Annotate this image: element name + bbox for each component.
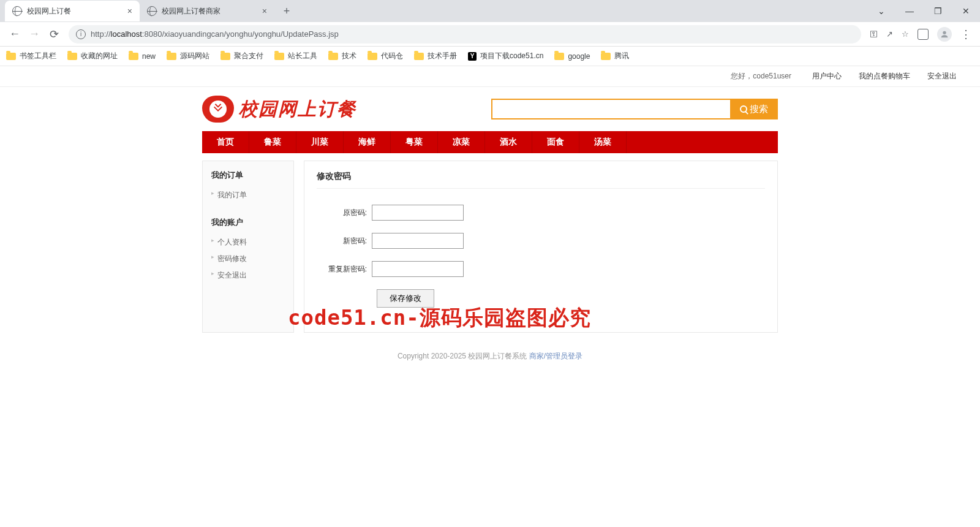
bookmark-item[interactable]: 腾讯 bbox=[601, 51, 629, 61]
nav-item[interactable]: 汤菜 bbox=[579, 131, 627, 153]
url-text: http://localhost:8080/xiaoyuandingcan/yo… bbox=[91, 29, 339, 39]
search-input[interactable] bbox=[491, 99, 730, 119]
extension-icon[interactable] bbox=[918, 29, 929, 40]
sidebar-my-orders[interactable]: 我的订单 bbox=[211, 187, 285, 203]
greeting: 您好，code51user bbox=[731, 71, 791, 82]
browser-toolbar: ← → ⟳ i http://localhost:8080/xiaoyuandi… bbox=[0, 22, 980, 47]
close-icon[interactable]: × bbox=[127, 6, 132, 16]
content-panel: 修改密码 原密码: 新密码: 重复新密码: 保存修改 bbox=[304, 161, 778, 333]
old-password-label: 原密码: bbox=[317, 208, 372, 218]
close-window-button[interactable]: ✕ bbox=[952, 0, 980, 22]
folder-icon bbox=[221, 53, 230, 60]
globe-icon bbox=[12, 6, 22, 16]
bookmark-item[interactable]: 站长工具 bbox=[274, 51, 317, 61]
nav-home[interactable]: 首页 bbox=[202, 131, 249, 153]
search-button[interactable]: 搜索 bbox=[730, 99, 778, 119]
folder-icon bbox=[6, 53, 16, 60]
page: 您好，code51user 用户中心 我的点餐购物车 安全退出 校园网上订餐 搜… bbox=[0, 66, 980, 380]
minimize-button[interactable]: — bbox=[895, 0, 924, 22]
main-content: 我的订单 我的订单 我的账户 个人资料 密码修改 安全退出 修改密码 原密码: … bbox=[202, 161, 778, 333]
old-password-input[interactable] bbox=[372, 205, 464, 221]
tab-inactive[interactable]: 校园网上订餐商家 × bbox=[140, 1, 274, 21]
nav-item[interactable]: 酒水 bbox=[485, 131, 532, 153]
bookmark-item[interactable]: new bbox=[129, 52, 156, 61]
globe-icon bbox=[147, 6, 157, 16]
sidebar: 我的订单 我的订单 我的账户 个人资料 密码修改 安全退出 bbox=[202, 161, 294, 333]
folder-icon bbox=[414, 53, 424, 60]
folder-icon bbox=[368, 53, 377, 60]
bookmark-item[interactable]: 技术手册 bbox=[414, 51, 457, 61]
sidebar-change-password[interactable]: 密码修改 bbox=[211, 251, 285, 267]
copyright-text: Copyright 2020-2025 校园网上订餐系统 bbox=[398, 352, 527, 360]
menu-icon[interactable]: ⋮ bbox=[960, 28, 971, 41]
tab-active[interactable]: 校园网上订餐 × bbox=[5, 1, 140, 21]
folder-icon bbox=[129, 53, 138, 60]
panel-title: 修改密码 bbox=[317, 171, 765, 189]
maximize-button[interactable]: ❐ bbox=[924, 0, 952, 22]
bookmark-item[interactable]: google bbox=[554, 52, 590, 61]
logout-link[interactable]: 安全退出 bbox=[927, 71, 957, 82]
tab-bar: 校园网上订餐 × 校园网上订餐商家 × + ⌄ — ❐ ✕ bbox=[0, 0, 980, 22]
nav-item[interactable]: 凉菜 bbox=[438, 131, 485, 153]
bookmark-item[interactable]: 技术 bbox=[328, 51, 356, 61]
save-button[interactable]: 保存修改 bbox=[377, 289, 434, 308]
user-center-link[interactable]: 用户中心 bbox=[812, 71, 842, 82]
site-header: 校园网上订餐 搜索 bbox=[202, 87, 778, 131]
search-icon bbox=[740, 105, 747, 113]
sidebar-section-title: 我的账户 bbox=[211, 217, 285, 228]
folder-icon bbox=[167, 53, 176, 60]
new-password-label: 新密码: bbox=[317, 236, 372, 246]
bookmarks-bar: 书签工具栏 收藏的网址 new 源码网站 聚合支付 站长工具 技术 代码仓 技术… bbox=[0, 47, 980, 66]
repeat-password-label: 重复新密码: bbox=[317, 264, 372, 275]
logo-icon bbox=[202, 96, 234, 123]
svg-point-0 bbox=[943, 31, 946, 34]
address-bar[interactable]: i http://localhost:8080/xiaoyuandingcan/… bbox=[69, 25, 861, 44]
repeat-password-input[interactable] bbox=[372, 261, 464, 277]
bookmark-item[interactable]: 代码仓 bbox=[368, 51, 403, 61]
folder-icon bbox=[67, 53, 77, 60]
cart-link[interactable]: 我的点餐购物车 bbox=[859, 71, 910, 82]
sidebar-profile[interactable]: 个人资料 bbox=[211, 234, 285, 251]
bookmark-item[interactable]: Y项目下载code51.cn bbox=[468, 51, 543, 61]
browser-chrome: 校园网上订餐 × 校园网上订餐商家 × + ⌄ — ❐ ✕ ← → ⟳ i ht… bbox=[0, 0, 980, 66]
key-icon[interactable]: ⚿ bbox=[870, 29, 878, 39]
toolbar-right: ⚿ ↗ ☆ ⋮ bbox=[866, 27, 975, 42]
forward-button[interactable]: → bbox=[24, 25, 44, 44]
main-nav: 首页 鲁菜 川菜 海鲜 粤菜 凉菜 酒水 面食 汤菜 bbox=[202, 131, 778, 153]
folder-icon bbox=[554, 53, 564, 60]
profile-icon[interactable] bbox=[937, 27, 952, 42]
share-icon[interactable]: ↗ bbox=[886, 29, 893, 39]
info-icon[interactable]: i bbox=[76, 29, 86, 39]
logo-text: 校园网上订餐 bbox=[239, 97, 356, 122]
search-form: 搜索 bbox=[491, 99, 778, 119]
window-controls: ⌄ — ❐ ✕ bbox=[867, 0, 980, 22]
favicon-icon: Y bbox=[468, 52, 477, 61]
tab-dropdown-icon[interactable]: ⌄ bbox=[867, 0, 895, 22]
footer: Copyright 2020-2025 校园网上订餐系统 商家/管理员登录 bbox=[202, 351, 778, 380]
back-button[interactable]: ← bbox=[5, 25, 24, 44]
nav-item[interactable]: 川菜 bbox=[296, 131, 344, 153]
star-icon[interactable]: ☆ bbox=[902, 29, 909, 39]
site-logo[interactable]: 校园网上订餐 bbox=[202, 96, 356, 123]
tab-title: 校园网上订餐商家 bbox=[162, 6, 257, 17]
close-icon[interactable]: × bbox=[262, 6, 267, 16]
tab-title: 校园网上订餐 bbox=[27, 6, 123, 17]
user-topbar: 您好，code51user 用户中心 我的点餐购物车 安全退出 bbox=[0, 66, 980, 87]
new-password-input[interactable] bbox=[372, 233, 464, 249]
folder-icon bbox=[601, 53, 611, 60]
nav-item[interactable]: 面食 bbox=[532, 131, 579, 153]
sidebar-section-title: 我的订单 bbox=[211, 170, 285, 181]
sidebar-logout[interactable]: 安全退出 bbox=[211, 267, 285, 284]
nav-item[interactable]: 鲁菜 bbox=[249, 131, 296, 153]
bookmark-item[interactable]: 收藏的网址 bbox=[67, 51, 118, 61]
bookmark-item[interactable]: 聚合支付 bbox=[221, 51, 263, 61]
folder-icon bbox=[328, 53, 338, 60]
folder-icon bbox=[274, 53, 284, 60]
bookmark-item[interactable]: 源码网站 bbox=[167, 51, 209, 61]
nav-item[interactable]: 海鲜 bbox=[344, 131, 391, 153]
new-tab-button[interactable]: + bbox=[278, 2, 295, 20]
reload-button[interactable]: ⟳ bbox=[44, 25, 64, 44]
bookmark-item[interactable]: 书签工具栏 bbox=[6, 51, 56, 61]
admin-login-link[interactable]: 商家/管理员登录 bbox=[529, 352, 582, 360]
nav-item[interactable]: 粤菜 bbox=[391, 131, 438, 153]
